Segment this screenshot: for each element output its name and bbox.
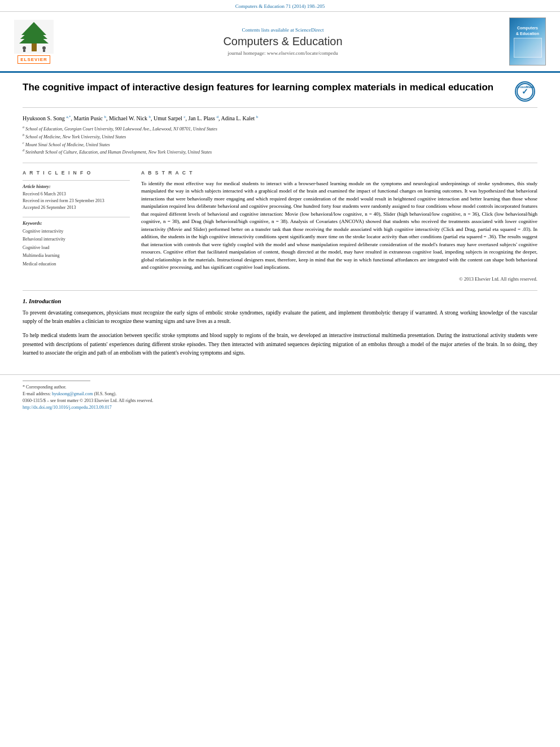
- article-info-abstract-section: A R T I C L E I N F O Article history: R…: [23, 163, 537, 282]
- keyword-item: Medical education: [23, 260, 130, 268]
- doi-link[interactable]: http://dx.doi.org/10.1016/j.compedu.2013…: [23, 405, 112, 410]
- email-author-note: (H.S. Song).: [94, 391, 116, 396]
- email-link[interactable]: hyuksong@gmail.com: [52, 391, 93, 396]
- article-info-header: A R T I C L E I N F O: [23, 170, 130, 176]
- svg-text:CrossMark: CrossMark: [516, 85, 534, 89]
- elsevier-wordmark: ELSEVIER: [18, 55, 50, 64]
- article-history-block: Article history: Received 6 March 2013 R…: [23, 180, 130, 211]
- intro-paragraph-2: To help medical students learn the assoc…: [23, 331, 537, 357]
- journal-citation-link[interactable]: Computers & Education 71 (2014) 198–205: [235, 3, 325, 9]
- keyword-item: Cognitive load: [23, 244, 130, 252]
- journal-title: Computers & Education: [62, 35, 504, 48]
- elsevier-tree-svg: [16, 21, 53, 52]
- revised-date: Received in revised form 23 September 20…: [23, 198, 130, 204]
- corresponding-author-note: * Corresponding author.: [23, 385, 537, 390]
- keyword-item: Multimedia learning: [23, 252, 130, 260]
- abstract-text: To identify the most effective way for m…: [141, 180, 537, 272]
- email-footnote: E-mail address: hyuksong@gmail.com (H.S.…: [23, 391, 537, 396]
- elsevier-logo-left: ELSEVIER: [11, 20, 56, 64]
- keywords-label: Keywords:: [23, 221, 130, 226]
- svg-point-6: [42, 46, 46, 50]
- cover-title-text: Computers& Education: [516, 25, 539, 36]
- email-label: E-mail address:: [23, 391, 51, 396]
- received-date: Received 6 March 2013: [23, 191, 130, 198]
- journal-citation-bar: Computers & Education 71 (2014) 198–205: [0, 0, 560, 12]
- issn-line: 0360-1315/$ – see front matter © 2013 El…: [23, 398, 537, 403]
- svg-rect-5: [23, 50, 25, 52]
- main-content: The cognitive impact of interactive desi…: [0, 73, 560, 374]
- article-title-section: The cognitive impact of interactive desi…: [23, 81, 537, 108]
- copyright-line: © 2013 Elsevier Ltd. All rights reserved…: [141, 276, 537, 282]
- keywords-block: Keywords: Cognitive interactivity Behavi…: [23, 217, 130, 268]
- accepted-date: Accepted 26 September 2013: [23, 204, 130, 211]
- crossmark-icon: ✓ CrossMark: [515, 81, 535, 102]
- article-info-column: A R T I C L E I N F O Article history: R…: [23, 170, 130, 282]
- intro-paragraph-1: To prevent devastating consequences, phy…: [23, 309, 537, 326]
- crossmark-badge: ✓ CrossMark: [515, 81, 537, 102]
- sciencedirect-link[interactable]: ScienceDirect: [295, 27, 323, 33]
- svg-rect-0: [32, 43, 37, 51]
- article-title: The cognitive impact of interactive desi…: [23, 81, 509, 94]
- keyword-item: Cognitive interactivity: [23, 228, 130, 235]
- journal-center-header: Contents lists available at ScienceDirec…: [62, 27, 504, 56]
- crossmark-svg: ✓ CrossMark: [516, 82, 534, 101]
- elsevier-tree-image: [14, 20, 54, 54]
- journal-cover-right: Computers& Education: [509, 18, 549, 65]
- body-divider: [23, 290, 537, 291]
- cover-graphic: [514, 38, 542, 58]
- page-footer: * Corresponding author. E-mail address: …: [0, 374, 560, 420]
- doi-line: http://dx.doi.org/10.1016/j.compedu.2013…: [23, 405, 537, 410]
- keywords-list: Cognitive interactivity Behavioral inter…: [23, 228, 130, 268]
- journal-header: ELSEVIER Contents lists available at Sci…: [0, 12, 560, 73]
- journal-cover-image: Computers& Education: [509, 18, 546, 65]
- authors-line: Hyuksoon S. Song a,*, Martin Pusic b, Mi…: [23, 115, 537, 121]
- journal-homepage-text: journal homepage: www.elsevier.com/locat…: [62, 50, 504, 56]
- keyword-item: Behavioral interactivity: [23, 235, 130, 243]
- affiliations-block: a School of Education, Georgian Court Un…: [23, 125, 537, 156]
- article-history-label: Article history:: [23, 184, 130, 189]
- sciencedirect-text: Contents lists available at ScienceDirec…: [62, 27, 504, 33]
- svg-rect-7: [43, 50, 45, 52]
- abstract-column: A B S T R A C T To identify the most eff…: [141, 170, 537, 282]
- section1-title: 1. Introduction: [23, 298, 537, 304]
- abstract-header: A B S T R A C T: [141, 170, 537, 176]
- svg-point-4: [23, 46, 26, 50]
- footer-rule: [23, 381, 90, 381]
